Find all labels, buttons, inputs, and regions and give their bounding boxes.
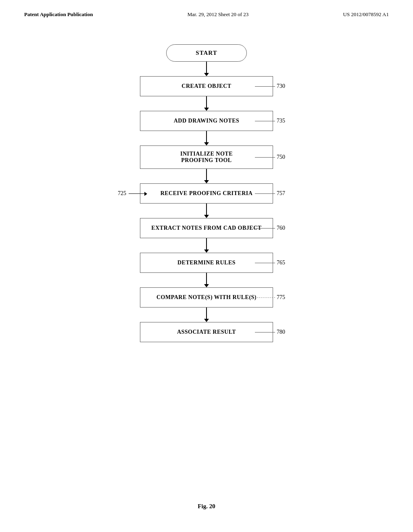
arrow-1 [206,62,207,74]
arrow-6 [206,238,207,250]
label-757: 757 [277,190,285,197]
header-patent-number: US 2012/0078592 A1 [343,11,389,18]
figure-caption: Fig. 20 [198,503,215,510]
label-735: 735 [277,118,285,124]
label-775: 775 [277,294,285,301]
label-750: 750 [277,154,285,160]
node-associate-result: ASSOCIATE RESULT [140,322,273,342]
label-760: 760 [277,225,285,231]
label-765: 765 [277,260,285,266]
flowchart-diagram: START CREATE OBJECT 730 ADD DRAWING NOTE… [0,32,413,342]
header-publication: Patent Application Publication [24,11,93,18]
node-add-drawing-notes: ADD DRAWING NOTES [140,111,273,131]
start-node: START [166,44,247,62]
label-780: 780 [277,329,285,335]
header-date-sheet: Mar. 29, 2012 Sheet 20 of 23 [188,11,249,18]
arrow-5 [206,204,207,216]
arrow-7 [206,273,207,285]
node-extract-notes: EXTRACT NOTES FROM CAD OBJECT [140,218,273,238]
page-header: Patent Application Publication Mar. 29, … [0,0,413,18]
arrow-2 [206,96,207,108]
node-compare-notes: COMPARE NOTE(S) WITH RULE(S) [140,287,273,308]
label-730: 730 [277,83,285,89]
label-725: 725 [118,190,126,197]
arrow-4 [206,169,207,181]
node-determine-rules: DETERMINE RULES [140,253,273,273]
node-receive-proofing: RECEIVE PROOFING CRITERIA [140,183,273,204]
node-create-object: CREATE OBJECT [140,76,273,96]
node-initialize: INITIALIZE NOTE PROOFING TOOL [140,145,273,169]
arrow-3 [206,131,207,143]
arrow-8 [206,308,207,320]
